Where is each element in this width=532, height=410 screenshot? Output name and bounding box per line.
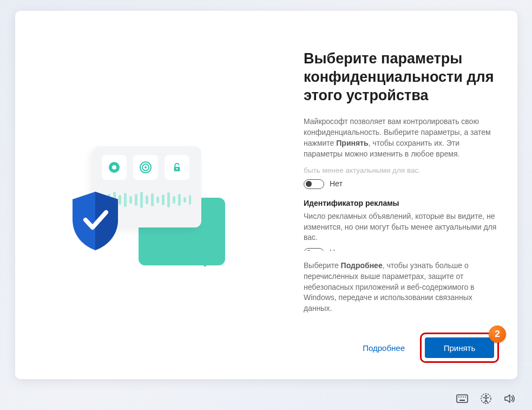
toggle-row-advertising: Нет	[304, 248, 498, 250]
accept-button[interactable]: Принять	[425, 337, 494, 358]
button-row: Подробнее Принять 2	[360, 333, 499, 363]
step-badge: 2	[489, 326, 506, 343]
content-pane: Выберите параметры конфиденциальности дл…	[288, 11, 517, 379]
shield-check-icon	[68, 190, 122, 252]
svg-rect-8	[459, 400, 465, 401]
system-tray	[456, 393, 516, 405]
svg-point-4	[145, 166, 147, 168]
svg-point-11	[463, 396, 464, 398]
advertising-id-desc: Число рекламных объявлений, которые вы в…	[304, 211, 498, 244]
toggle-row-prev: Нет	[304, 179, 498, 190]
toggle-label: Нет	[330, 179, 343, 190]
footer-bold: Подробнее	[341, 261, 383, 270]
page-title: Выберите параметры конфиденциальности дл…	[304, 50, 498, 105]
svg-point-6	[176, 168, 178, 170]
svg-point-9	[458, 396, 459, 398]
accept-highlight: Принять 2	[420, 333, 499, 363]
toggle-label: Нет	[330, 248, 343, 250]
footer-pre: Выберите	[304, 261, 341, 270]
oobe-window: Выберите параметры конфиденциальности дл…	[15, 11, 517, 379]
svg-point-1	[112, 165, 116, 170]
advertising-id-title: Идентификатор рекламы	[304, 198, 498, 209]
accessibility-icon[interactable]	[480, 393, 492, 405]
intro-bold: Принять	[336, 139, 368, 147]
svg-point-14	[485, 395, 487, 397]
advertising-id-toggle[interactable]	[304, 248, 324, 251]
location-pin-icon	[102, 155, 127, 180]
privacy-illustration	[74, 146, 231, 265]
svg-point-12	[465, 396, 466, 398]
fingerprint-icon	[133, 155, 158, 180]
footer-text: Выберите Подробнее, чтобы узнать больше …	[304, 261, 498, 314]
svg-point-10	[461, 396, 462, 398]
svg-rect-7	[457, 395, 468, 402]
learn-more-button[interactable]: Подробнее	[360, 340, 407, 356]
illustration-pane	[15, 11, 288, 379]
keyboard-icon[interactable]	[456, 393, 468, 405]
volume-icon[interactable]	[504, 393, 516, 405]
intro-text: Майкрософт позволяет вам контролировать …	[304, 116, 498, 160]
unlock-icon	[165, 155, 189, 180]
settings-scroll-area[interactable]: быть менее актуальными для вас. Нет Иден…	[304, 165, 498, 251]
toggle-switch-off[interactable]	[304, 179, 324, 189]
previous-setting-tail: быть менее актуальными для вас.	[304, 165, 498, 175]
